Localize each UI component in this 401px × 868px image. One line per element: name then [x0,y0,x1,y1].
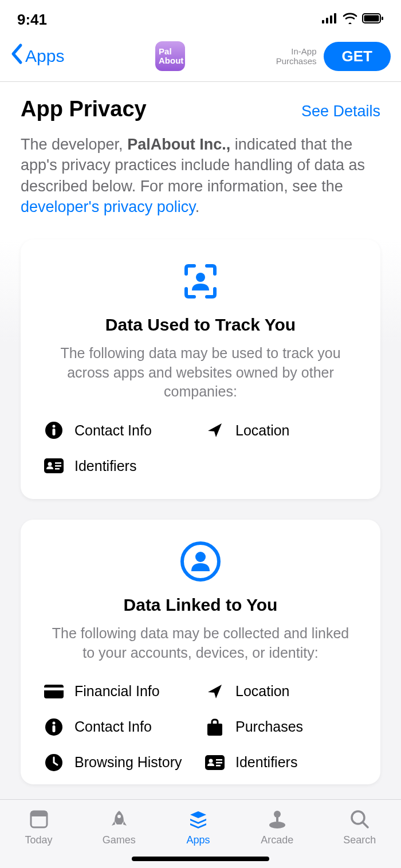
track-icon [44,260,357,303]
linked-browsing-item: Browsing History [44,752,196,773]
privacy-policy-link[interactable]: developer's privacy policy [21,198,195,215]
wifi-icon [343,13,357,26]
svg-point-7 [196,273,205,282]
svg-rect-28 [216,765,221,767]
content: App Privacy See Details The developer, P… [0,82,401,218]
home-indicator[interactable] [132,857,269,861]
privacy-description: The developer, PalAbout Inc., indicated … [21,134,380,218]
svg-rect-13 [55,462,61,464]
svg-point-34 [269,822,285,828]
data-label: Identifiers [74,458,136,474]
iap-label: In-App Purchases [276,46,317,66]
see-details-link[interactable]: See Details [301,103,380,120]
svg-rect-30 [31,811,47,816]
location-icon [205,420,225,441]
svg-rect-15 [55,468,60,470]
data-label: Contact Info [74,718,152,735]
linked-title: Data Linked to You [44,595,357,615]
nav-right: In-App Purchases GET [276,42,391,71]
svg-rect-22 [53,725,56,732]
linked-location-item: Location [205,681,357,702]
nav-bar: Apps Pal About In-App Purchases GET [0,34,401,82]
tab-search[interactable]: Search [343,807,376,868]
app-icon: Pal About [155,41,185,71]
data-label: Contact Info [74,422,152,439]
arcade-icon [265,807,290,832]
svg-rect-6 [382,17,383,20]
svg-rect-26 [216,759,222,761]
today-icon [26,807,52,832]
status-icons [322,13,384,26]
apps-icon [186,807,211,832]
linked-data-grid: Financial Info Location Contact Info Pur… [44,681,357,773]
status-bar: 9:41 [0,0,401,34]
svg-rect-5 [364,15,379,22]
svg-point-21 [53,721,56,724]
svg-rect-18 [44,685,64,698]
status-time: 9:41 [17,11,47,29]
credit-card-icon [44,681,64,702]
badge-icon [205,752,225,773]
card-area: Data Used to Track You The following dat… [0,239,401,816]
clock-icon [44,752,64,773]
svg-rect-27 [216,762,222,764]
svg-rect-14 [55,465,61,467]
developer-name: PalAbout Inc., [127,136,230,153]
tab-today[interactable]: Today [25,807,53,868]
track-location-item: Location [205,420,357,441]
page-title: App Privacy [21,97,147,121]
tab-games[interactable]: Games [103,807,136,868]
svg-rect-10 [53,429,56,435]
track-data-grid: Contact Info Location Identifiers [44,420,357,476]
data-label: Location [235,683,290,700]
info-icon [44,717,64,737]
get-button[interactable]: GET [324,42,391,71]
svg-point-17 [195,552,206,562]
cellular-icon [322,13,338,26]
location-icon [205,681,225,702]
linked-contact-item: Contact Info [44,717,196,737]
data-label: Financial Info [74,683,160,700]
data-label: Identifiers [235,754,297,771]
svg-point-9 [53,425,56,428]
svg-point-12 [48,462,52,466]
track-contact-item: Contact Info [44,420,196,441]
track-desc: The following data may be used to track … [44,344,357,402]
badge-icon [44,455,64,476]
track-title: Data Used to Track You [44,315,357,335]
linked-card: Data Linked to You The following data ma… [21,520,380,784]
data-label: Browsing History [74,754,182,771]
tab-label: Games [103,834,136,846]
tab-label: Apps [186,834,210,846]
svg-rect-1 [326,18,328,23]
linked-desc: The following data may be collected and … [44,624,357,663]
linked-financial-item: Financial Info [44,681,196,702]
linked-purchases-item: Purchases [205,717,357,737]
battery-icon [362,13,384,26]
track-identifiers-item: Identifiers [44,455,196,476]
search-icon [347,807,372,832]
tab-label: Search [343,834,376,846]
rocket-icon [107,807,132,832]
tab-bar: Today Games Apps Arcade Search [0,799,401,868]
svg-point-31 [117,815,121,818]
data-label: Purchases [235,718,303,735]
svg-rect-3 [334,13,336,23]
linked-icon [44,540,357,583]
info-icon [44,420,64,441]
svg-rect-2 [330,15,332,23]
privacy-header: App Privacy See Details [21,97,380,121]
linked-identifiers-item: Identifiers [205,752,357,773]
track-card: Data Used to Track You The following dat… [21,239,380,499]
bag-icon [205,717,225,737]
nav-app-icon[interactable]: Pal About [155,41,185,71]
tab-label: Arcade [261,834,293,846]
back-button[interactable]: Apps [10,43,64,70]
svg-point-25 [209,759,213,763]
tab-label: Today [25,834,53,846]
svg-rect-0 [322,20,324,23]
back-label: Apps [25,46,64,66]
svg-rect-19 [44,688,64,690]
data-label: Location [235,422,290,439]
chevron-left-icon [10,43,23,70]
